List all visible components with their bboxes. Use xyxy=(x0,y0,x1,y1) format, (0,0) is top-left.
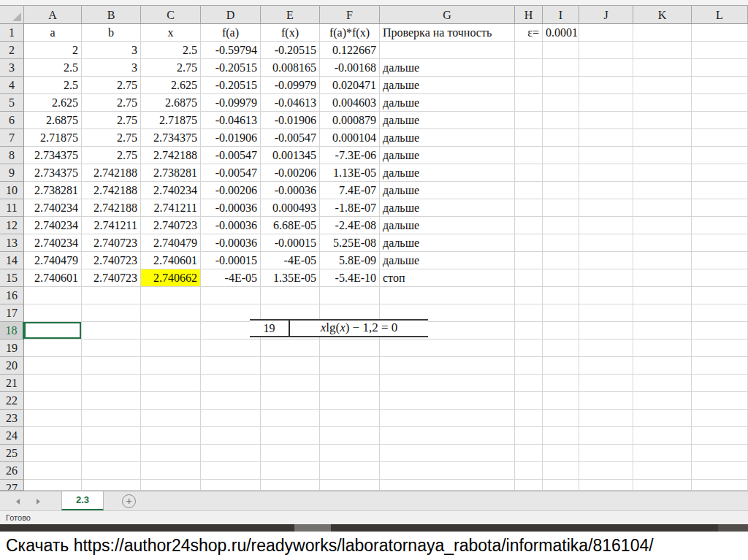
cell-C2[interactable]: 2.5 xyxy=(141,42,201,59)
cell-F25[interactable] xyxy=(320,445,380,462)
cell-C19[interactable] xyxy=(141,340,201,357)
cell-K14[interactable] xyxy=(633,252,692,269)
cell-L25[interactable] xyxy=(692,445,748,462)
cell-H21[interactable] xyxy=(515,375,543,392)
tab-scroll-right-icon[interactable] xyxy=(37,499,40,505)
cell-D14[interactable]: -0.00015 xyxy=(201,252,261,269)
cell-A14[interactable]: 2.740479 xyxy=(24,252,82,269)
cell-B1[interactable]: b xyxy=(82,24,141,42)
cell-J26[interactable] xyxy=(579,462,633,480)
cell-B3[interactable]: 3 xyxy=(82,59,141,77)
cell-B26[interactable] xyxy=(82,462,141,480)
cell-F26[interactable] xyxy=(320,462,380,480)
cell-H5[interactable] xyxy=(515,94,543,112)
cell-H26[interactable] xyxy=(515,462,543,480)
cell-B11[interactable]: 2.742188 xyxy=(82,199,141,217)
cell-B5[interactable]: 2.75 xyxy=(82,94,141,112)
cell-K7[interactable] xyxy=(633,129,692,147)
cell-A7[interactable]: 2.71875 xyxy=(24,129,82,147)
cell-A23[interactable] xyxy=(24,410,82,427)
cell-F5[interactable]: 0.004603 xyxy=(320,94,380,112)
cell-K26[interactable] xyxy=(633,462,692,480)
cell-H8[interactable] xyxy=(515,147,543,164)
cell-B19[interactable] xyxy=(82,340,141,357)
row-header-13[interactable]: 13 xyxy=(0,234,24,252)
cell-J4[interactable] xyxy=(579,77,633,94)
cell-A24[interactable] xyxy=(24,427,82,445)
row-header-12[interactable]: 12 xyxy=(0,217,24,234)
cell-G1[interactable]: Проверка на точность xyxy=(380,24,515,42)
cell-J20[interactable] xyxy=(579,357,633,375)
cell-I21[interactable] xyxy=(543,375,579,392)
cell-I1[interactable]: 0.0001 xyxy=(543,24,579,42)
cell-L22[interactable] xyxy=(692,392,748,410)
row-header-16[interactable]: 16 xyxy=(0,287,24,304)
row-header-6[interactable]: 6 xyxy=(0,112,24,129)
cell-E25[interactable] xyxy=(261,445,320,462)
cell-A12[interactable]: 2.740234 xyxy=(24,217,82,234)
cell-L9[interactable] xyxy=(692,164,748,182)
cell-A5[interactable]: 2.625 xyxy=(24,94,82,112)
cell-H2[interactable] xyxy=(515,42,543,59)
cell-G14[interactable]: дальше xyxy=(380,252,515,269)
row-header-15[interactable]: 15 xyxy=(0,269,24,287)
cell-C26[interactable] xyxy=(141,462,201,480)
cell-C14[interactable]: 2.740601 xyxy=(141,252,201,269)
column-header-G[interactable]: G xyxy=(380,6,515,24)
cell-J7[interactable] xyxy=(579,129,633,147)
cell-D4[interactable]: -0.20515 xyxy=(201,77,261,94)
cell-J27[interactable] xyxy=(579,480,633,491)
cell-I3[interactable] xyxy=(543,59,579,77)
cell-K13[interactable] xyxy=(633,234,692,252)
cell-E15[interactable]: 1.35E-05 xyxy=(261,269,320,287)
row-header-9[interactable]: 9 xyxy=(0,164,24,182)
cell-L24[interactable] xyxy=(692,427,748,445)
cell-F10[interactable]: 7.4E-07 xyxy=(320,182,380,199)
cell-F20[interactable] xyxy=(320,357,380,375)
cell-E5[interactable]: -0.04613 xyxy=(261,94,320,112)
cell-H23[interactable] xyxy=(515,410,543,427)
cell-A20[interactable] xyxy=(24,357,82,375)
cell-B15[interactable]: 2.740723 xyxy=(82,269,141,287)
cell-A9[interactable]: 2.734375 xyxy=(24,164,82,182)
cell-E11[interactable]: 0.000493 xyxy=(261,199,320,217)
cell-D5[interactable]: -0.09979 xyxy=(201,94,261,112)
column-header-F[interactable]: F xyxy=(320,6,380,24)
cell-A3[interactable]: 2.5 xyxy=(24,59,82,77)
equation-object[interactable]: 19 xlg(x) − 1,2 = 0 xyxy=(250,319,428,337)
cell-L2[interactable] xyxy=(692,42,748,59)
cell-A1[interactable]: a xyxy=(24,24,82,42)
cell-E23[interactable] xyxy=(261,410,320,427)
cell-H25[interactable] xyxy=(515,445,543,462)
cell-E3[interactable]: 0.008165 xyxy=(261,59,320,77)
cell-H7[interactable] xyxy=(515,129,543,147)
cell-A11[interactable]: 2.740234 xyxy=(24,199,82,217)
cell-H13[interactable] xyxy=(515,234,543,252)
cell-D21[interactable] xyxy=(201,375,261,392)
row-header-21[interactable]: 21 xyxy=(0,375,24,392)
cell-L23[interactable] xyxy=(692,410,748,427)
cell-H12[interactable] xyxy=(515,217,543,234)
cell-F11[interactable]: -1.8E-07 xyxy=(320,199,380,217)
cell-E19[interactable] xyxy=(261,340,320,357)
column-header-L[interactable]: L xyxy=(692,6,748,24)
cell-I23[interactable] xyxy=(543,410,579,427)
cell-F15[interactable]: -5.4E-10 xyxy=(320,269,380,287)
cell-D12[interactable]: -0.00036 xyxy=(201,217,261,234)
cell-A18[interactable] xyxy=(24,322,82,340)
cell-L16[interactable] xyxy=(692,287,748,304)
cell-L19[interactable] xyxy=(692,340,748,357)
cell-G12[interactable]: дальше xyxy=(380,217,515,234)
cell-K9[interactable] xyxy=(633,164,692,182)
cell-C12[interactable]: 2.740723 xyxy=(141,217,201,234)
row-header-1[interactable]: 1 xyxy=(0,24,24,42)
cell-I16[interactable] xyxy=(543,287,579,304)
cell-A17[interactable] xyxy=(24,304,82,322)
cell-G6[interactable]: дальше xyxy=(380,112,515,129)
cell-A13[interactable]: 2.740234 xyxy=(24,234,82,252)
cell-E9[interactable]: -0.00206 xyxy=(261,164,320,182)
cell-F19[interactable] xyxy=(320,340,380,357)
cell-H22[interactable] xyxy=(515,392,543,410)
cell-K10[interactable] xyxy=(633,182,692,199)
cell-J22[interactable] xyxy=(579,392,633,410)
